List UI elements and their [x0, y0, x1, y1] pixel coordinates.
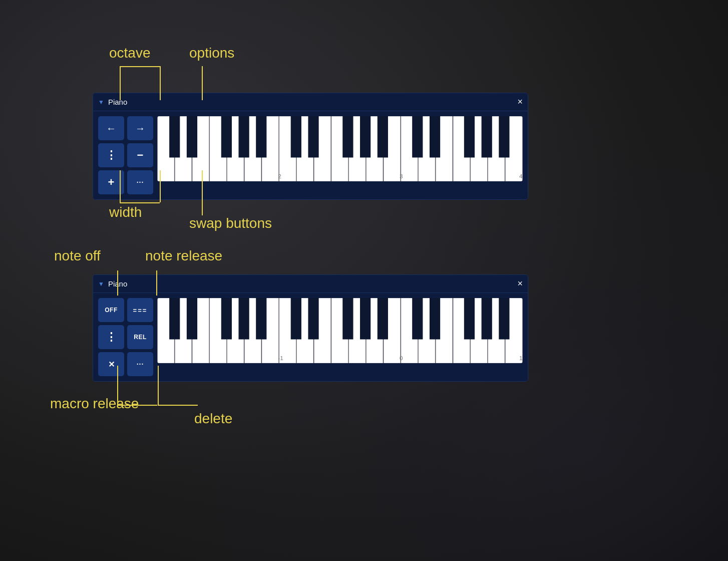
svg-rect-73: [430, 298, 440, 339]
svg-rect-71: [378, 298, 388, 339]
delete-button[interactable]: ✕: [98, 352, 124, 376]
svg-rect-29: [343, 116, 353, 157]
svg-text:2: 2: [278, 174, 281, 179]
swap-buttons-2[interactable]: ···: [127, 352, 153, 376]
svg-rect-33: [430, 116, 440, 157]
piano-header-left-2: ▼ Piano: [98, 279, 127, 288]
macro-release-button[interactable]: REL: [127, 325, 153, 349]
macro-release-annotation: macro release: [50, 396, 139, 412]
piano-close-button-1[interactable]: ×: [517, 97, 523, 107]
swap-buttons-annotation: swap buttons: [189, 215, 272, 231]
svg-rect-36: [499, 116, 509, 157]
svg-rect-69: [343, 298, 353, 339]
options-button-1[interactable]: ⋮: [98, 143, 124, 167]
piano-close-button-2[interactable]: ×: [517, 278, 523, 289]
piano-controls-2: OFF === ⋮ REL ✕ ···: [98, 298, 153, 376]
svg-rect-24: [221, 116, 231, 157]
svg-rect-30: [360, 116, 371, 157]
delete-annotation: delete: [194, 411, 232, 427]
svg-rect-64: [221, 298, 231, 339]
piano-controls-1: ← → ⋮ − + ···: [98, 116, 153, 194]
note-release-annotation: note release: [145, 248, 222, 264]
svg-rect-34: [464, 116, 474, 157]
svg-rect-75: [482, 298, 492, 339]
svg-rect-63: [187, 298, 197, 339]
note-off-button[interactable]: OFF: [98, 298, 124, 322]
width-annotation: width: [109, 204, 142, 220]
piano-body-1: ← → ⋮ − + ···: [93, 111, 528, 199]
svg-rect-65: [239, 298, 249, 339]
svg-rect-23: [187, 116, 197, 157]
note-equals-button[interactable]: ===: [127, 298, 153, 322]
piano-title-1: Piano: [108, 98, 127, 106]
svg-text:1: 1: [519, 356, 523, 361]
options-annotation: options: [189, 45, 234, 61]
piano-header-2: ▼ Piano ×: [93, 275, 528, 293]
svg-rect-27: [291, 116, 301, 157]
note-off-annotation: note off: [54, 248, 101, 264]
svg-text:4: 4: [519, 174, 523, 179]
svg-text:3: 3: [400, 174, 403, 179]
svg-rect-70: [360, 298, 371, 339]
octave-left-button[interactable]: ←: [98, 116, 124, 140]
svg-rect-35: [482, 116, 492, 157]
width-minus-button[interactable]: −: [127, 143, 153, 167]
svg-rect-32: [413, 116, 423, 157]
svg-rect-28: [308, 116, 318, 157]
svg-rect-66: [256, 298, 266, 339]
swap-buttons-1[interactable]: ···: [127, 170, 153, 194]
svg-rect-26: [256, 116, 266, 157]
svg-rect-74: [464, 298, 474, 339]
piano-header-1: ▼ Piano ×: [93, 93, 528, 111]
piano-widget-1: ▼ Piano × ← → ⋮ − + ···: [93, 93, 528, 200]
svg-rect-31: [378, 116, 388, 157]
piano-header-left-1: ▼ Piano: [98, 98, 127, 106]
svg-rect-62: [170, 298, 180, 339]
octave-right-button[interactable]: →: [127, 116, 153, 140]
svg-rect-67: [291, 298, 301, 339]
piano-keyboard-2: -1 0 1: [157, 298, 523, 363]
svg-rect-68: [308, 298, 318, 339]
svg-rect-25: [239, 116, 249, 157]
piano-keyboard-1: 2 3 4: [157, 116, 523, 181]
piano-collapse-icon-1[interactable]: ▼: [98, 99, 104, 106]
options-button-2[interactable]: ⋮: [98, 325, 124, 349]
svg-rect-72: [413, 298, 423, 339]
svg-text:-1: -1: [278, 356, 283, 361]
piano-collapse-icon-2[interactable]: ▼: [98, 280, 104, 288]
svg-text:0: 0: [400, 356, 403, 361]
svg-rect-76: [499, 298, 509, 339]
svg-rect-22: [170, 116, 180, 157]
octave-annotation: octave: [109, 45, 151, 61]
